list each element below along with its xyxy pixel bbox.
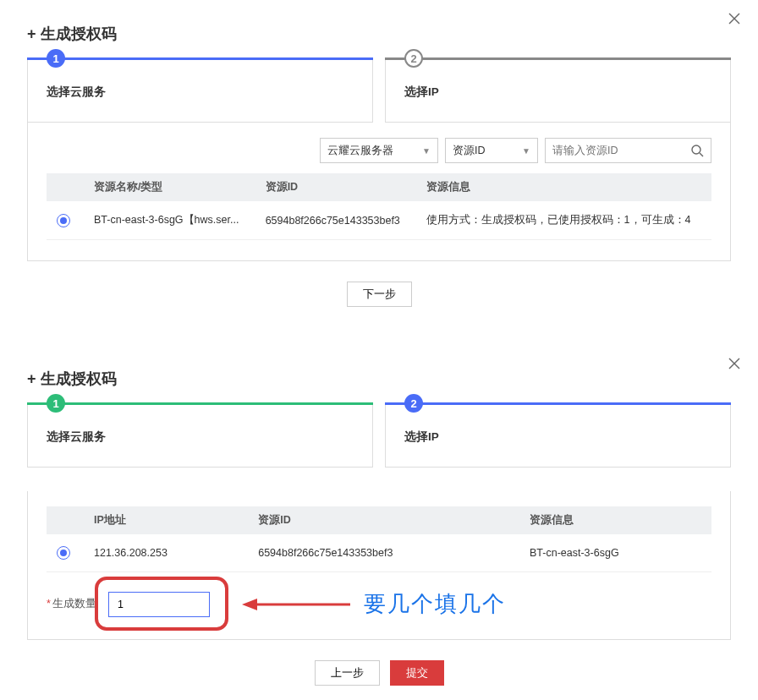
modal-step2: + 生成授权码 1 选择云服务 2 选择IP IP地址 资源ID 资源信息 [0,345,758,700]
select-value: 云耀云服务器 [327,144,393,158]
step-label: 选择IP [404,85,711,100]
chevron-down-icon: ▼ [422,146,431,156]
required-star: * [47,598,51,610]
cell-ip: 121.36.208.253 [84,534,248,572]
col-id: 资源ID [248,506,519,534]
step-label: 选择IP [404,429,711,445]
step-number: 2 [404,49,423,68]
col-id: 资源ID [255,173,416,201]
close-icon[interactable] [728,12,741,25]
step-indicator: 1 选择云服务 2 选择IP [27,402,731,468]
ip-table: IP地址 资源ID 资源信息 121.36.208.253 6594b8f266… [47,506,711,572]
cell-info: 使用方式：生成授权码，已使用授权码：1，可生成：4 [416,201,711,240]
svg-point-2 [692,145,700,154]
resource-table: 资源名称/类型 资源ID 资源信息 BT-cn-east-3-6sgG【hws.… [47,173,711,240]
search-input[interactable] [552,145,685,156]
annotation: 要几个填几个 [242,589,506,619]
col-info: 资源信息 [519,506,711,534]
col-info: 资源信息 [416,173,711,201]
step-2: 2 选择IP [385,57,731,123]
prev-button[interactable]: 上一步 [315,660,380,686]
table-header-row: 资源名称/类型 资源ID 资源信息 [47,173,711,201]
table-row[interactable]: BT-cn-east-3-6sgG【hws.ser... 6594b8f266c… [47,201,711,240]
table-header-row: IP地址 资源ID 资源信息 [47,506,711,534]
step-indicator: 1 选择云服务 2 选择IP [27,57,731,123]
button-row: 下一步 [27,282,731,307]
col-name: 资源名称/类型 [84,173,255,201]
quantity-label: *生成数量 [47,597,96,611]
row-radio[interactable] [57,546,70,560]
step-1[interactable]: 1 选择云服务 [27,402,373,468]
col-ip: IP地址 [84,506,248,534]
modal-title: + 生成授权码 [27,369,731,389]
button-row: 上一步 提交 [27,660,731,686]
row-radio[interactable] [57,214,70,227]
cell-info: BT-cn-east-3-6sgG [519,534,711,572]
content-panel: 云耀云服务器 ▼ 资源ID ▼ 资源名称/类型 资源ID 资源信息 [27,123,731,261]
chevron-down-icon: ▼ [522,146,530,156]
resource-key-select[interactable]: 资源ID ▼ [445,138,538,163]
step-number: 2 [404,394,423,413]
step-label: 选择云服务 [47,429,354,445]
svg-marker-7 [242,599,257,610]
quantity-input[interactable] [108,592,210,617]
content-panel: IP地址 资源ID 资源信息 121.36.208.253 6594b8f266… [27,491,731,640]
quantity-row: *生成数量 要几个填几个 [47,589,711,619]
step-1: 1 选择云服务 [27,57,373,123]
filter-row: 云耀云服务器 ▼ 资源ID ▼ [47,138,711,163]
step-label: 选择云服务 [47,85,354,100]
resource-search[interactable] [545,138,711,163]
service-type-select[interactable]: 云耀云服务器 ▼ [320,138,438,163]
cell-id: 6594b8f266c75e143353bef3 [255,201,416,240]
cell-id: 6594b8f266c75e143353bef3 [248,534,519,572]
next-button[interactable]: 下一步 [347,282,412,307]
annotation-text: 要几个填几个 [364,589,506,619]
modal-step1: + 生成授权码 1 选择云服务 2 选择IP 云耀云服务器 ▼ 资源ID ▼ [0,0,758,325]
close-icon[interactable] [728,357,741,370]
step-2: 2 选择IP [385,402,731,468]
submit-button[interactable]: 提交 [390,660,444,686]
select-value: 资源ID [453,144,486,158]
search-icon[interactable] [690,144,704,157]
arrow-left-icon [242,596,352,613]
step-number: 1 [47,394,65,413]
cell-name: BT-cn-east-3-6sgG【hws.ser... [84,201,255,240]
step-number: 1 [47,49,65,68]
modal-title: + 生成授权码 [27,24,731,44]
svg-line-3 [700,153,703,156]
table-row[interactable]: 121.36.208.253 6594b8f266c75e143353bef3 … [47,534,711,572]
